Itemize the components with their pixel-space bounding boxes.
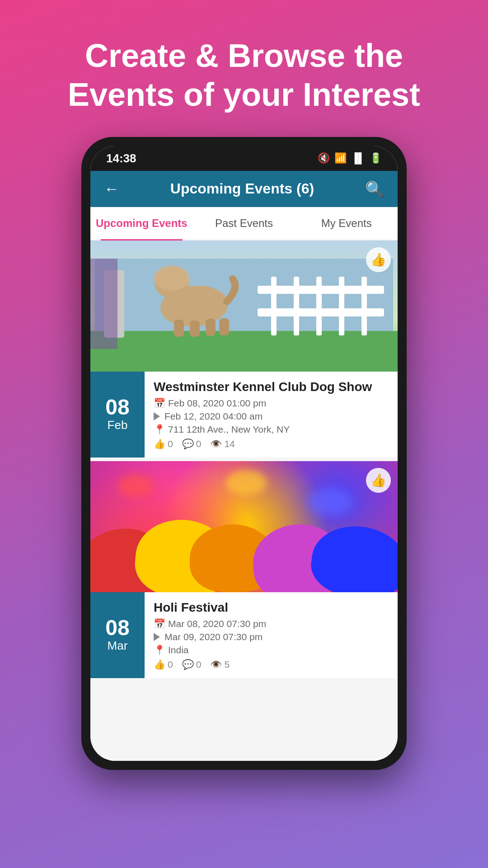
likes-stat-dog-show: 👍 0 [154,439,173,449]
svg-rect-4 [219,318,229,335]
comments-stat-holi: 💬 0 [182,659,202,670]
event-card-holi[interactable]: 👍 08 Mar Holi Festival 📅 Mar 08, 2020 07… [90,461,398,678]
event-location-holi: 📍 India [154,645,389,656]
event-stats-holi: 👍 0 💬 0 👁️ 5 [154,659,389,670]
likes-stat-holi: 👍 0 [154,659,173,670]
event-end-date-dog-show: Feb 12, 2020 04:00 am [154,411,389,422]
mute-icon: 🔇 [318,152,330,164]
event-details-dog-show: Westminster Kennel Club Dog Show 📅 Feb 0… [145,372,398,458]
event-image-holi: 👍 [90,461,398,592]
calendar-icon: 📅 [154,398,165,409]
like-button-dog-show[interactable]: 👍 [366,247,391,272]
views-stat-dog-show: 👁️ 14 [210,439,235,449]
back-button[interactable]: ← [104,180,119,198]
svg-rect-2 [190,321,200,337]
search-button[interactable]: 🔍 [365,180,384,198]
comment-stat-icon-holi: 💬 [182,659,194,670]
thumbs-up-icon-holi: 👍 [371,473,386,488]
event-location-dog-show: 📍 711 12th Ave., New York, NY [154,424,389,435]
status-icons: 🔇 📶 ▐▌ 🔋 [318,152,382,164]
event-image-dog-show: 👍 [90,241,398,372]
thumbs-up-icon: 👍 [371,252,386,267]
phone-screen: 14:38 🔇 📶 ▐▌ 🔋 ← Upcoming Events (6) 🔍 U… [90,146,398,761]
status-time: 14:38 [106,151,136,165]
tab-my-events[interactable]: My Events [295,207,398,240]
event-start-date-holi: 📅 Mar 08, 2020 07:30 pm [154,618,389,629]
event-stats-dog-show: 👍 0 💬 0 👁️ 14 [154,439,389,449]
tab-upcoming-events[interactable]: Upcoming Events [90,207,193,240]
like-button-holi[interactable]: 👍 [366,468,391,493]
svg-rect-3 [206,319,216,336]
event-title-dog-show: Westminster Kennel Club Dog Show [154,380,389,394]
event-date-dog-show: 08 Feb [90,372,145,458]
comment-stat-icon: 💬 [182,439,194,449]
play-icon-holi [154,633,160,641]
phone-notch [203,146,285,164]
battery-icon: 🔋 [370,152,382,164]
event-title-holi: Holi Festival [154,600,389,615]
svg-rect-1 [174,320,184,337]
location-icon: 📍 [154,424,165,435]
tabs-bar: Upcoming Events Past Events My Events [90,207,398,241]
event-info-holi: 08 Mar Holi Festival 📅 Mar 08, 2020 07:3… [90,592,398,678]
header-title: Upcoming Events (6) [170,180,314,197]
hero-section: Create & Browse the Events of your Inter… [0,0,488,137]
location-icon-holi: 📍 [154,645,165,656]
event-details-holi: Holi Festival 📅 Mar 08, 2020 07:30 pm Ma… [145,592,398,678]
event-card-dog-show[interactable]: 👍 08 Feb Westminster Kennel Club Dog Sho… [90,241,398,458]
event-date-holi: 08 Mar [90,592,145,678]
phone-mockup: 14:38 🔇 📶 ▐▌ 🔋 ← Upcoming Events (6) 🔍 U… [81,137,407,770]
play-icon-dog-show [154,412,160,420]
views-stat-holi: 👁️ 5 [210,659,230,670]
calendar-icon-holi: 📅 [154,618,165,629]
app-header: ← Upcoming Events (6) 🔍 [90,171,398,207]
wifi-icon: 📶 [334,152,347,164]
event-start-date-dog-show: 📅 Feb 08, 2020 01:00 pm [154,398,389,409]
views-stat-icon: 👁️ [210,439,222,449]
event-info-dog-show: 08 Feb Westminster Kennel Club Dog Show … [90,372,398,458]
tab-past-events[interactable]: Past Events [193,207,296,240]
like-stat-icon-holi: 👍 [154,659,165,670]
like-stat-icon: 👍 [154,439,165,449]
svg-point-7 [154,265,190,291]
signal-icon: ▐▌ [351,152,365,164]
views-stat-icon-holi: 👁️ [210,659,222,670]
events-list[interactable]: 👍 08 Feb Westminster Kennel Club Dog Sho… [90,241,398,761]
hero-title: Create & Browse the Events of your Inter… [27,36,461,114]
comments-stat-dog-show: 💬 0 [182,439,202,449]
event-end-date-holi: Mar 09, 2020 07:30 pm [154,632,389,642]
